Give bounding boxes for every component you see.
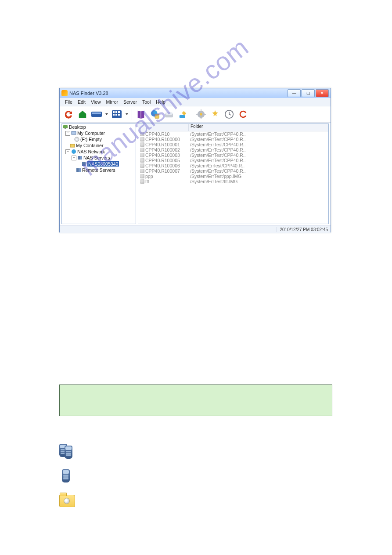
svg-rect-30	[82, 162, 86, 166]
tree-selected-server[interactable]: NAS08005040	[62, 161, 136, 167]
svg-rect-3	[113, 111, 115, 113]
svg-rect-8	[118, 114, 120, 116]
list-row[interactable]: CPP40.R100005/System/ErrTest/CPP40.R..	[138, 158, 328, 163]
statusbar: 2010/12/27 PM 03:02:45	[60, 225, 331, 233]
list-cell-name: ppp	[145, 174, 190, 179]
list-row[interactable]: CPP40.R100007/System/ErrTest/CPP40.R..	[138, 168, 328, 174]
list-row[interactable]: ttt/System/ErrTest/ttt.IMG	[138, 179, 328, 184]
list-row[interactable]: CPP40.R100003/System/ErrTest/CPP40.R..	[138, 152, 328, 158]
icon-listing	[59, 444, 74, 508]
list-cell-folder: /System/ErrTest/CPP40.R..	[190, 168, 328, 174]
file-icon	[140, 158, 144, 163]
collapse-icon[interactable]: −	[72, 156, 76, 160]
network-icon	[71, 149, 76, 154]
tree-remote-servers[interactable]: Remote Servers	[62, 167, 136, 173]
list-row[interactable]: CPP40.R10/System/ErrTest/CPP40.R..	[138, 131, 328, 137]
tree-drive[interactable]: (F:) Empty -	[62, 136, 136, 142]
tree-desktop[interactable]: Desktop	[62, 124, 136, 130]
refresh-button[interactable]	[62, 108, 75, 120]
list-row[interactable]: CPP40.R100001/System/ErrTest/CPP40.R..	[138, 142, 328, 147]
tree-selected-server-label: NAS08005040	[87, 161, 119, 167]
app-window: NAS Finder V3.28 — ▢ ✕ File Edit View Mi…	[59, 88, 331, 232]
view-button[interactable]	[111, 108, 123, 120]
menu-view[interactable]: View	[88, 98, 104, 105]
chevron-down-icon	[125, 112, 129, 116]
list-row[interactable]: ppp/System/ErrTest/ppp.IMG	[138, 174, 328, 179]
svg-rect-1	[92, 112, 101, 114]
svg-rect-18	[196, 114, 198, 115]
list-cell-folder: /System/ErrTest/ttt.IMG	[190, 179, 328, 184]
menu-server[interactable]: Server	[121, 98, 140, 105]
sync-button[interactable]	[237, 108, 249, 120]
file-icon	[140, 153, 144, 157]
list-row[interactable]: CPP40.R100002/System/ErrTest/CPP40.R..	[138, 147, 328, 152]
tree-nas-network[interactable]: − NAS Network	[62, 149, 136, 155]
globe-button[interactable]	[149, 108, 161, 120]
tree-my-container[interactable]: My Container	[62, 142, 136, 149]
collapse-icon[interactable]: −	[65, 149, 70, 154]
list-cell-folder: /System/ErrTest/CPP40.R..	[190, 158, 328, 163]
tool-button-1[interactable]	[177, 108, 189, 120]
menubar: File Edit View Mirror Server Tool Help	[60, 98, 331, 106]
menu-mirror[interactable]: Mirror	[104, 98, 121, 105]
list-cell-folder: /System/ErrTest/CPP40.R..	[190, 137, 328, 142]
list-cell-name: ttt	[145, 179, 190, 184]
svg-point-12	[165, 112, 173, 115]
list-cell-name: CPP40.R100000	[145, 137, 190, 142]
disk-drive-icon	[164, 110, 174, 118]
home-button[interactable]	[76, 108, 89, 120]
tree-remote-servers-label: Remote Servers	[82, 167, 115, 173]
list-cell-name: CPP40.R100007	[145, 168, 190, 174]
titlebar[interactable]: NAS Finder V3.28 — ▢ ✕	[60, 88, 331, 98]
view-dropdown[interactable]	[125, 112, 129, 116]
file-icon	[140, 148, 144, 152]
svg-rect-29	[80, 156, 82, 160]
file-icon	[140, 163, 144, 168]
maximize-button[interactable]: ▢	[302, 89, 315, 97]
list-cell-folder: /System/ErrTest/CPP40.R..	[190, 131, 328, 137]
list-rows: CPP40.R10/System/ErrTest/CPP40.R..CPP40.…	[138, 131, 328, 184]
phones-icon	[59, 444, 74, 459]
close-button[interactable]: ✕	[316, 89, 329, 97]
file-icon	[140, 179, 144, 184]
window-title: NAS Finder V3.28	[69, 91, 286, 96]
tree-my-computer[interactable]: − My Computer	[62, 130, 136, 136]
drive-button[interactable]	[90, 108, 103, 120]
clock-button[interactable]	[223, 108, 235, 120]
list-cell-name: CPP40.R100006	[145, 163, 190, 168]
menu-file[interactable]: File	[62, 98, 75, 105]
minimize-button[interactable]: —	[288, 89, 301, 97]
tree-pane[interactable]: Desktop − My Computer (F:) Empty - My Co…	[61, 123, 136, 224]
svg-rect-32	[79, 168, 81, 172]
disk-button[interactable]	[163, 108, 175, 120]
server-icon	[81, 161, 86, 167]
menu-help[interactable]: Help	[153, 98, 168, 105]
list-header-name[interactable]	[138, 124, 188, 131]
list-pane[interactable]: Folder CPP40.R10/System/ErrTest/CPP40.R.…	[138, 123, 329, 224]
collapse-icon[interactable]: −	[65, 131, 70, 136]
list-header[interactable]: Folder	[138, 124, 328, 131]
servers-icon	[77, 155, 83, 160]
clock-icon	[224, 109, 234, 119]
tree-my-container-label: My Container	[76, 143, 103, 148]
tree-drive-label: (F:) Empty -	[80, 137, 104, 142]
drive-dropdown[interactable]	[104, 112, 109, 116]
svg-rect-26	[70, 144, 75, 147]
svg-point-27	[72, 149, 76, 154]
file-icon	[140, 132, 144, 136]
book-button[interactable]	[135, 108, 147, 120]
list-cell-folder: /System/ErrTest/ppp.IMG	[190, 174, 328, 179]
svg-rect-28	[78, 156, 80, 160]
file-icon	[140, 174, 144, 178]
menu-tool[interactable]: Tool	[140, 98, 153, 105]
content-area: Desktop − My Computer (F:) Empty - My Co…	[60, 123, 331, 225]
file-icon	[140, 137, 144, 141]
star-button[interactable]	[209, 108, 221, 120]
list-row[interactable]: CPP40.R100006/System/ErrIest/CPP40.R..	[138, 163, 328, 168]
menu-edit[interactable]: Edit	[75, 98, 88, 105]
tree-nas-servers[interactable]: − NAS Servers	[62, 155, 136, 161]
list-row[interactable]: CPP40.R100000/System/ErrTest/CPP40.R..	[138, 137, 328, 142]
list-cell-name: CPP40.R100005	[145, 158, 190, 163]
list-header-folder[interactable]: Folder	[188, 124, 328, 131]
gear-button[interactable]	[195, 108, 207, 120]
